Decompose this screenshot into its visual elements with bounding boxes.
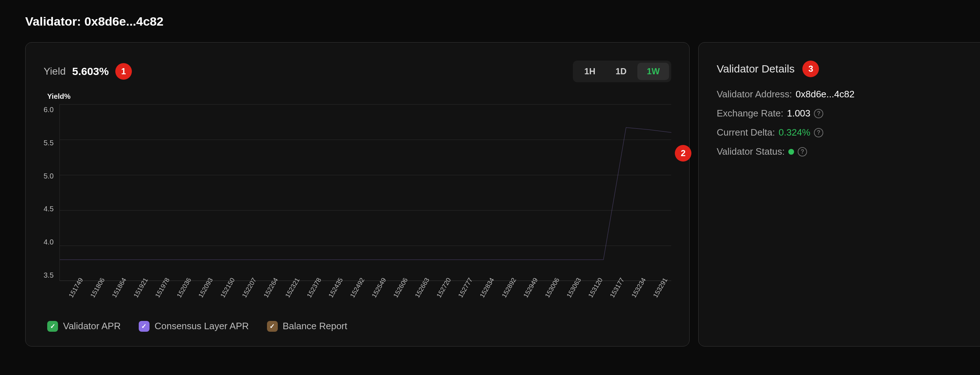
- y-axis-ticks: 6.0 5.5 5.0 4.5 4.0 3.5: [44, 104, 59, 281]
- chart-header: Yield 5.603% 1 1H 1D 1W: [44, 61, 671, 82]
- validator-details-panel: Validator Details 3 Validator Address: 0…: [698, 42, 980, 346]
- y-tick: 4.5: [44, 205, 54, 213]
- yield-label: Yield: [44, 65, 65, 77]
- yield-chart-panel: 2 Yield 5.603% 1 1H 1D 1W Yield% 6.0 5.5…: [25, 42, 690, 346]
- legend-label: Consensus Layer APR: [154, 321, 249, 332]
- detail-row-status: Validator Status: ?: [717, 146, 975, 157]
- y-tick: 6.0: [44, 106, 54, 114]
- status-dot-icon: [788, 149, 794, 155]
- yield-line-series: [60, 104, 671, 281]
- y-axis-title: Yield%: [47, 92, 671, 101]
- x-axis-ticks: 1517491518061518641519211519781520361520…: [65, 281, 671, 290]
- details-title: Validator Details: [717, 63, 794, 75]
- chart-body: 6.0 5.5 5.0 4.5 4.0 3.5: [44, 104, 671, 281]
- legend-item-consensus-apr[interactable]: ✓ Consensus Layer APR: [139, 321, 249, 332]
- checkbox-icon: ✓: [47, 321, 58, 332]
- checkbox-icon: ✓: [139, 321, 150, 332]
- detail-row-address: Validator Address: 0x8d6e...4c82: [717, 89, 975, 100]
- y-tick: 3.5: [44, 271, 54, 279]
- page-title: Validator: 0x8d6e...4c82: [25, 14, 955, 29]
- legend-item-balance-report[interactable]: ✓ Balance Report: [267, 321, 347, 332]
- chart-plot-area: [59, 104, 671, 281]
- range-option-1w[interactable]: 1W: [637, 63, 669, 80]
- legend-label: Validator APR: [63, 321, 121, 332]
- detail-label: Exchange Rate:: [717, 108, 783, 119]
- detail-row-delta: Current Delta: 0.324% ?: [717, 127, 975, 138]
- detail-label: Validator Address:: [717, 89, 792, 100]
- checkbox-icon: ✓: [267, 321, 278, 332]
- chart-legend: ✓ Validator APR ✓ Consensus Layer APR ✓ …: [44, 321, 671, 332]
- annotation-badge-2: 2: [675, 145, 691, 161]
- y-tick: 4.0: [44, 238, 54, 246]
- detail-row-exchange: Exchange Rate: 1.003 ?: [717, 108, 975, 119]
- details-header: Validator Details 3: [717, 61, 975, 77]
- detail-value-exchange: 1.003: [787, 108, 810, 119]
- range-option-1h[interactable]: 1H: [575, 63, 605, 80]
- range-option-1d[interactable]: 1D: [606, 63, 636, 80]
- detail-label: Validator Status:: [717, 146, 785, 157]
- y-tick: 5.0: [44, 172, 54, 180]
- annotation-badge-3: 3: [802, 61, 819, 77]
- detail-label: Current Delta:: [717, 127, 775, 138]
- y-tick: 5.5: [44, 139, 54, 147]
- help-icon[interactable]: ?: [814, 128, 823, 137]
- x-axis-ticks-wrap: 1517491518061518641519211519781520361520…: [44, 281, 671, 313]
- legend-item-validator-apr[interactable]: ✓ Validator APR: [47, 321, 121, 332]
- annotation-badge-1: 1: [115, 63, 132, 80]
- help-icon[interactable]: ?: [798, 147, 807, 156]
- help-icon[interactable]: ?: [814, 109, 823, 118]
- yield-block: Yield 5.603% 1: [44, 63, 132, 80]
- yield-value: 5.603%: [72, 65, 109, 78]
- detail-value-delta: 0.324%: [779, 127, 810, 138]
- detail-value-address: 0x8d6e...4c82: [795, 89, 854, 100]
- time-range-toggle: 1H 1D 1W: [573, 61, 671, 82]
- panels-row: 2 Yield 5.603% 1 1H 1D 1W Yield% 6.0 5.5…: [25, 42, 955, 346]
- legend-label: Balance Report: [283, 321, 347, 332]
